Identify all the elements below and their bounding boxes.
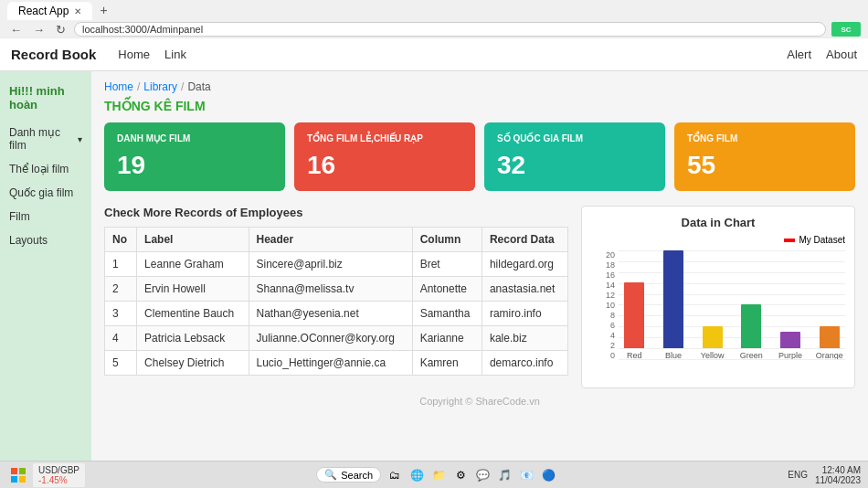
col-record: Record Data (482, 228, 567, 252)
sidebar-item-film[interactable]: Film (0, 205, 91, 228)
cell-no: 2 (105, 277, 137, 302)
cell-label: Patricia Lebsack (137, 326, 249, 351)
chart-y-axis: 20181614121086420 (591, 250, 617, 360)
y-axis-label: 20 (591, 250, 615, 260)
cell-header: Nathan@yesenia.net (249, 302, 412, 326)
cell-record: ramiro.info (482, 302, 567, 326)
taskbar-icon-5[interactable]: 💬 (474, 467, 491, 483)
chart-bar (624, 282, 644, 348)
sidebar-item-quoc-gia-film[interactable]: Quốc gia film (0, 181, 91, 205)
chart-bar-group: Yellow (696, 250, 728, 360)
stat-card-label-1: TỔNG FILM LẺ,CHIẾU RẠP (307, 133, 462, 143)
cell-column: Samantha (412, 302, 482, 326)
new-tab-button[interactable]: + (92, 0, 114, 20)
back-button[interactable]: ← (7, 23, 25, 37)
chart-gridlines (619, 250, 845, 360)
start-button[interactable] (7, 464, 29, 486)
cell-column: Karianne (412, 326, 482, 351)
sidebar: Hi!!! minh hoàn Danh mục film ▾ Thể loại… (0, 71, 91, 461)
legend-dot (784, 239, 795, 242)
svg-rect-1 (19, 468, 26, 474)
cell-header: Shanna@melissa.tv (249, 277, 412, 302)
taskbar-search[interactable]: 🔍 Search (316, 467, 381, 483)
app-navbar: Record Book Home Link Alert About (0, 38, 868, 71)
ticker-label: USD/GBP -1.45% (33, 463, 85, 487)
sidebar-item-layouts[interactable]: Layouts (0, 228, 91, 252)
cell-header: Julianne.OConner@kory.org (249, 326, 412, 351)
cell-label: Clementine Bauch (137, 302, 249, 326)
taskbar-icon-4[interactable]: ⚙ (452, 467, 469, 483)
tab-label: React App (18, 5, 69, 17)
breadcrumb-home[interactable]: Home (104, 80, 133, 93)
search-icon: 🔍 (324, 469, 337, 481)
chart-legend: My Dataset (591, 235, 845, 245)
nav-bar: ← → ↻ localhost:3000/Adminpanel SC (0, 20, 868, 38)
breadcrumb: Home / Library / Data (104, 80, 855, 93)
chart-bar (741, 304, 761, 348)
nav-alert[interactable]: Alert (787, 48, 811, 61)
table-row: 2 Ervin Howell Shanna@melissa.tv Antonet… (105, 277, 568, 302)
tab-close-icon[interactable]: ✕ (74, 6, 81, 16)
taskbar-icon-1[interactable]: 🗂 (386, 467, 403, 483)
active-tab[interactable]: React App ✕ (7, 2, 92, 20)
stat-card-value-3: 55 (687, 151, 842, 180)
nav-home[interactable]: Home (118, 48, 150, 61)
y-axis-label: 12 (591, 291, 615, 300)
browser-chrome: React App ✕ + ← → ↻ localhost:3000/Admin… (0, 0, 868, 38)
y-axis-label: 14 (591, 281, 615, 290)
taskbar-icon-3[interactable]: 📁 (430, 467, 447, 483)
chart-bar-label: Red (627, 351, 642, 360)
y-axis-label: 16 (591, 271, 615, 280)
chart-bar-label: Orange (816, 351, 843, 360)
bottom-area: Check More Records of Employees No Label… (104, 206, 855, 388)
chart-bar-group: Orange (813, 250, 845, 360)
taskbar-icons: 🗂 🌐 📁 ⚙ 💬 🎵 📧 🔵 (386, 467, 556, 483)
sidebar-item-the-loai-film[interactable]: Thể loại film (0, 157, 91, 181)
forward-button[interactable]: → (30, 23, 48, 37)
chart-gridline (619, 294, 845, 295)
taskbar-left: USD/GBP -1.45% (7, 463, 85, 487)
chart-gridline (619, 348, 845, 349)
chart-gridline (619, 337, 845, 338)
refresh-button[interactable]: ↻ (53, 23, 69, 37)
address-bar[interactable]: localhost:3000/Adminpanel (74, 22, 826, 37)
stat-card-label-3: TỔNG FILM (687, 133, 842, 143)
chart-bar-label: Blue (665, 351, 682, 360)
cell-record: anastasia.net (482, 277, 567, 302)
chart-gridline (619, 315, 845, 316)
chart-gridline (619, 359, 845, 360)
taskbar-icon-8[interactable]: 🔵 (540, 467, 556, 483)
y-axis-label: 4 (591, 331, 615, 340)
sidebar-item-label: Film (9, 210, 30, 223)
cell-label: Chelsey Dietrich (137, 351, 249, 376)
nav-right: Alert About (787, 48, 857, 61)
taskbar-center: 🔍 Search 🗂 🌐 📁 ⚙ 💬 🎵 📧 🔵 (92, 467, 780, 483)
content-area: Home / Library / Data THỐNG KÊ FILM DANH… (91, 71, 868, 461)
breadcrumb-library[interactable]: Library (143, 80, 177, 93)
tab-bar: React App ✕ + (0, 0, 868, 20)
svg-rect-2 (11, 476, 17, 483)
sidebar-greeting: Hi!!! minh hoàn (0, 79, 91, 121)
taskbar-icon-7[interactable]: 📧 (518, 467, 535, 483)
taskbar-icon-6[interactable]: 🎵 (496, 467, 513, 483)
y-axis-label: 18 (591, 260, 615, 270)
breadcrumb-current: Data (187, 80, 210, 93)
chart-title: Data in Chart (591, 216, 845, 229)
chart-bar-group: Green (736, 250, 767, 360)
stat-card-label-0: DANH MỤC FILM (117, 133, 272, 143)
cell-no: 5 (105, 351, 137, 376)
cell-label: Ervin Howell (137, 277, 249, 302)
table-row: 5 Chelsey Dietrich Lucio_Hettinger@annie… (105, 351, 568, 376)
sidebar-item-danh-muc-film[interactable]: Danh mục film ▾ (0, 121, 91, 157)
stat-card-tong-film: TỔNG FILM LẺ,CHIẾU RẠP 16 (294, 122, 475, 191)
chart-gridline (619, 250, 845, 251)
chart-bar-label: Purple (778, 351, 802, 360)
chart-bar-group: Purple (775, 250, 807, 360)
col-column: Column (412, 228, 482, 252)
nav-about[interactable]: About (826, 48, 857, 61)
chart-gridline (619, 261, 845, 262)
taskbar-icon-2[interactable]: 🌐 (408, 467, 425, 483)
nav-link[interactable]: Link (164, 48, 186, 61)
sidebar-item-label: Layouts (9, 234, 48, 247)
stat-card-value-1: 16 (307, 151, 462, 180)
